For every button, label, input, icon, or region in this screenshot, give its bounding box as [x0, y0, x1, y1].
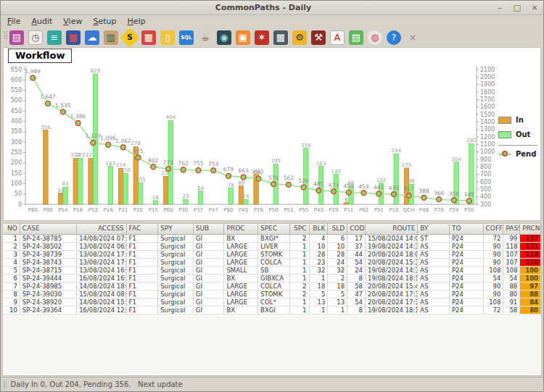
case-viewer-icon[interactable]: ◉: [217, 30, 231, 45]
close-button[interactable]: ×: [530, 4, 539, 12]
cell-no: 8: [3, 291, 20, 298]
maximize-button[interactable]: □: [513, 4, 522, 12]
cell-to: P24: [450, 275, 484, 282]
svg-text:P54: P54: [58, 207, 68, 213]
cell-spy: Surgical: [158, 235, 194, 242]
svg-text:P37: P37: [194, 207, 203, 213]
cell-spec: GIBXCA: [258, 275, 290, 282]
clipboard-checklist-icon[interactable]: ≡: [47, 30, 62, 45]
svg-text:P20: P20: [133, 207, 143, 213]
svg-text:P60: P60: [28, 207, 38, 213]
column-header-spc[interactable]: SPC: [290, 224, 310, 234]
menu-setup[interactable]: Setup: [93, 17, 116, 26]
cell-route: 20/08/2024 18:09: [366, 251, 418, 258]
cell-spec: BXGI*: [258, 235, 290, 242]
sql-file-icon[interactable]: SQL: [179, 30, 194, 45]
help-icon[interactable]: ?: [387, 30, 401, 45]
menu-help[interactable]: Help: [127, 17, 145, 26]
column-header-blk[interactable]: BLK: [310, 224, 329, 234]
gear-icon[interactable]: ⚙: [292, 30, 307, 45]
cell-by: AS: [418, 259, 450, 266]
cell-fac: F1: [127, 267, 159, 274]
title-bar[interactable]: CommonPaths - Daily –□×: [1, 1, 543, 15]
svg-text:244: 244: [392, 148, 402, 154]
cell-proc: SMALL: [224, 267, 258, 274]
column-header-by[interactable]: BY: [418, 224, 450, 234]
table-row[interactable]: 4SP-24-3874313/08/2024 17:54F1SurgicalGI…: [3, 259, 541, 267]
image-icon[interactable]: ▣: [236, 30, 250, 45]
table-row[interactable]: 6SP-24-3944416/08/2024 16:44F1SurgicalGI…: [3, 275, 541, 283]
cell-blk: 4: [310, 235, 329, 242]
column-header-access[interactable]: ACCESS: [77, 224, 126, 234]
table-row[interactable]: 3SP-24-3873913/08/2024 17:32F1SurgicalGI…: [3, 251, 541, 259]
column-header-case[interactable]: CASE: [20, 224, 77, 234]
column-header-no[interactable]: NO: [3, 224, 20, 234]
table-row[interactable]: 8SP-24-3903015/08/2024 08:40F1SurgicalGI…: [3, 291, 541, 299]
column-header-prcn[interactable]: PRCN: [520, 224, 541, 234]
cell-proc: LARGE: [224, 299, 258, 306]
table-row[interactable]: 9SP-24-3892014/08/2024 15:09F1SurgicalGI…: [3, 299, 541, 306]
column-header-fac[interactable]: FAC: [127, 224, 159, 234]
svg-text:450: 450: [11, 108, 22, 114]
table-row[interactable]: 1SP-24-3878514/08/2024 07:59F1SurgicalGI…: [3, 235, 541, 243]
cell-access: 13/08/2024 06:39: [77, 243, 126, 250]
svg-text:QCH: QCH: [403, 207, 415, 213]
calculator-icon[interactable]: ▦: [273, 30, 288, 45]
cell-proc: LARGE: [224, 251, 258, 258]
svg-text:P10: P10: [389, 207, 398, 213]
column-header-sub[interactable]: SUB: [194, 224, 225, 234]
color-tiles-icon[interactable]: ▦: [66, 30, 81, 45]
pdf-icon[interactable]: A: [330, 30, 345, 45]
database-document-icon[interactable]: ▤: [9, 30, 24, 45]
spreadsheet-chart-icon[interactable]: ▥: [104, 30, 118, 45]
table-row[interactable]: 7SP-24-3898514/08/2024 18:02F1SurgicalGI…: [3, 283, 541, 291]
menu-file[interactable]: File: [7, 17, 20, 26]
cell-cod: 24: [347, 267, 366, 274]
minimize-button[interactable]: –: [495, 4, 504, 12]
column-header-to[interactable]: TO: [450, 224, 484, 234]
svg-text:P00: P00: [44, 207, 53, 213]
menu-view[interactable]: View: [63, 17, 82, 26]
cell-access: 16/08/2024 16:44: [77, 275, 126, 282]
column-header-cod[interactable]: COD..: [347, 224, 366, 234]
table-header-row: NOCASEACCESSFACSPYSUBPROCSPECSPCBLKSLDCO…: [3, 224, 541, 235]
cell-access: 14/08/2024 07:59: [77, 235, 126, 242]
tools-icon[interactable]: ⚒: [311, 30, 326, 45]
column-header-pass[interactable]: PASS: [503, 224, 520, 234]
cell-spc: 1: [290, 251, 310, 258]
out-swatch: [498, 131, 511, 138]
notes-icon[interactable]: ▯: [160, 30, 175, 45]
cell-prcn: 84: [520, 299, 541, 306]
svg-text:417: 417: [404, 185, 415, 192]
clock-24-icon[interactable]: ◷: [28, 30, 43, 45]
column-header-proc[interactable]: PROC: [224, 224, 258, 234]
table-row[interactable]: 2SP-24-3850213/08/2024 06:39F1SurgicalGI…: [3, 243, 541, 251]
road-sign-icon[interactable]: S: [120, 27, 140, 47]
cell-spy: Surgical: [158, 259, 194, 266]
lifebuoy-icon[interactable]: ◍: [368, 30, 382, 45]
table-row[interactable]: 10SP-24-3936416/08/2024 12:45F1SurgicalG…: [3, 306, 541, 314]
cell-spec: STOMK: [258, 251, 290, 258]
svg-text:P21: P21: [118, 207, 128, 213]
svg-text:P18: P18: [73, 207, 83, 213]
cloud-icon[interactable]: ☁: [85, 30, 99, 45]
column-header-route[interactable]: ROUTE: [366, 224, 418, 234]
column-header-spy[interactable]: SPY: [158, 224, 194, 234]
coffee-cup-icon[interactable]: ☕: [198, 30, 213, 45]
cell-case: SP-24-38920: [20, 299, 77, 306]
menu-audit[interactable]: Audit: [31, 17, 52, 26]
report-icon[interactable]: ▤: [349, 30, 363, 45]
svg-text:8: 8: [345, 197, 347, 203]
column-header-sld[interactable]: SLD: [328, 224, 347, 234]
cell-no: 1: [3, 235, 20, 242]
workflow-chart-panel: Workflow 0501001502002503003504004505005…: [3, 47, 541, 221]
close-tool-icon[interactable]: ×: [405, 30, 420, 45]
svg-text:1,123: 1,123: [86, 133, 102, 139]
toolbar-grip[interactable]: ⣿: [3, 30, 7, 38]
column-header-spec[interactable]: SPEC: [258, 224, 290, 234]
svg-text:270: 270: [301, 143, 310, 149]
calendar-icon[interactable]: ▦: [141, 30, 156, 45]
table-row[interactable]: 5SP-24-3871513/08/2024 16:20F1SurgicalGI…: [3, 267, 541, 275]
column-header-coff[interactable]: COFF: [484, 224, 504, 234]
burst-icon[interactable]: ✶: [255, 30, 269, 45]
